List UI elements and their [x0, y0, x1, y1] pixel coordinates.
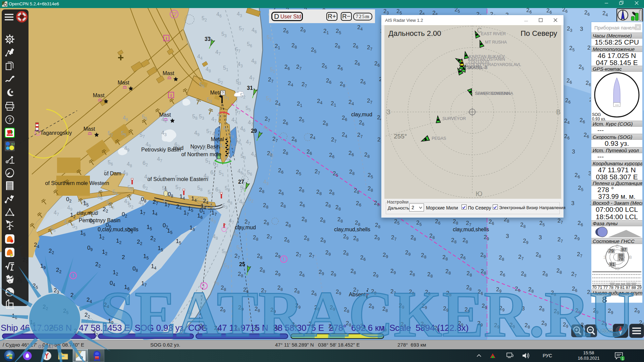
svg-text:?: ?: [222, 91, 224, 95]
svg-text:Дальность 2.00: Дальность 2.00: [388, 29, 441, 38]
svg-text:clay,mud,shells: clay,mud,shells: [453, 227, 489, 232]
svg-text:PEGAS: PEGAS: [432, 136, 446, 141]
svg-text:3: 3: [557, 254, 560, 261]
svg-text:С: С: [615, 244, 619, 249]
svg-text:1: 1: [622, 357, 624, 361]
svg-text:3: 3: [522, 305, 525, 312]
svg-text:З: З: [603, 255, 606, 260]
svg-text:3: 3: [571, 200, 574, 206]
svg-text:?: ?: [8, 117, 11, 123]
svg-text:87: 87: [622, 247, 626, 252]
svg-text:29: 29: [251, 128, 257, 134]
svg-text:По Северу: По Северу: [521, 29, 557, 38]
svg-text:25: 25: [239, 261, 245, 267]
svg-text:MT RUSHA: MT RUSHA: [485, 40, 507, 45]
svg-text:0.0: 0.0: [11, 142, 15, 145]
svg-text:i: i: [170, 93, 172, 98]
svg-text:255°: 255°: [394, 133, 407, 140]
svg-text:of Northern mole: of Northern mole: [181, 152, 221, 157]
svg-text:clay,mud: clay,mud: [235, 225, 256, 230]
svg-text:В: В: [629, 255, 632, 260]
svg-text:!: !: [283, 256, 285, 262]
svg-text:3: 3: [580, 26, 583, 32]
svg-text:---: ---: [615, 103, 619, 107]
svg-text:70 71 77 78 79 81 87 88 29: 70 71 77 78 79 81 87 88 29: [592, 285, 642, 290]
svg-text:Pemontnyy Basin: Pemontnyy Basin: [79, 218, 121, 223]
svg-text:Mast: Mast: [159, 112, 171, 118]
svg-text:Taganrogskiy: Taganrogskiy: [40, 130, 72, 136]
svg-text:3: 3: [539, 234, 542, 241]
svg-text:81: 81: [610, 262, 614, 267]
svg-text:Ю: Ю: [476, 190, 482, 197]
svg-text:SAVER SOWENNA: SAVER SOWENNA: [475, 91, 513, 96]
svg-text:YSKATEL-3: YSKATEL-3: [464, 65, 487, 70]
svg-text:Mast: Mast: [118, 80, 129, 85]
svg-text:Mast: Mast: [84, 126, 95, 132]
svg-text:3: 3: [572, 148, 575, 155]
svg-text:27: 27: [238, 179, 244, 185]
svg-text:EAST RIVER: EAST RIVER: [481, 32, 506, 36]
svg-text:!: !: [203, 283, 205, 289]
svg-text:clay,mud,shells: clay,mud,shells: [334, 227, 370, 232]
svg-text:o: o: [80, 354, 83, 360]
svg-text:В: В: [556, 108, 560, 116]
svg-text:79: 79: [609, 248, 613, 253]
svg-text:i: i: [166, 36, 167, 41]
svg-text:3: 3: [506, 233, 509, 239]
svg-text:2: 2: [122, 254, 125, 260]
svg-text:31: 31: [247, 85, 253, 91]
svg-text:З: З: [386, 108, 390, 116]
svg-text:0.93 уз.: 0.93 уз.: [592, 117, 606, 121]
svg-text:SOG: SOG: [592, 112, 601, 117]
svg-text:SURVEYOR: SURVEYOR: [442, 116, 466, 121]
svg-text:clay,mud: clay,mud: [351, 112, 372, 117]
svg-text:!: !: [72, 273, 74, 278]
svg-text:Ю: Ю: [615, 266, 620, 271]
svg-text:Mast: Mast: [93, 93, 105, 98]
svg-text:of Sourthern mole Western: of Sourthern mole Western: [45, 180, 109, 186]
svg-text:78: 78: [619, 256, 623, 261]
svg-text:Mast: Mast: [163, 70, 174, 76]
